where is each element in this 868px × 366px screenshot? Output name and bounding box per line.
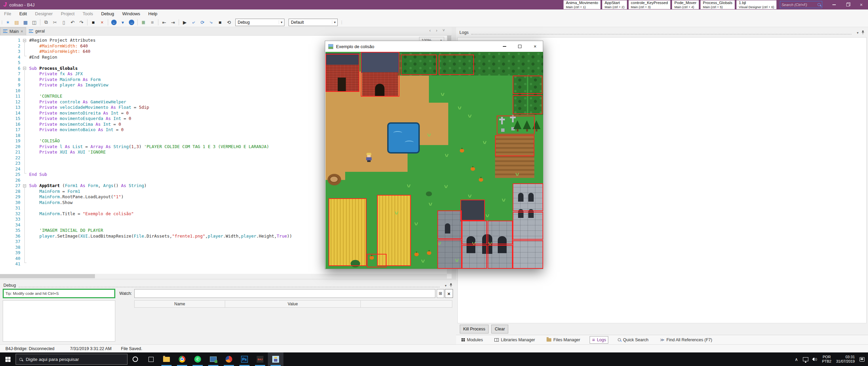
- code-line[interactable]: 23: [0, 161, 292, 166]
- code-line[interactable]: 33: [0, 217, 292, 222]
- paste-icon[interactable]: ▯: [59, 18, 68, 26]
- run-icon[interactable]: ▶: [180, 18, 189, 26]
- pin-icon[interactable]: [861, 30, 865, 35]
- game-scene[interactable]: [326, 52, 543, 269]
- code-line[interactable]: 6−Sub Process_Globals: [0, 66, 292, 72]
- code-line[interactable]: 36 player.SetImage(XUI.LoadBitmapResize(…: [0, 233, 292, 239]
- chevron-down-icon[interactable]: ▾: [857, 31, 859, 35]
- menu-file[interactable]: File: [0, 9, 15, 18]
- action-center-icon[interactable]: [860, 357, 865, 362]
- taskbar-app-opera[interactable]: [221, 352, 237, 366]
- code-line[interactable]: 12 Private controle As GameViewHelper: [0, 99, 292, 105]
- menu-project[interactable]: Project: [57, 9, 78, 18]
- code-line[interactable]: 11 'CONTROLE: [0, 94, 292, 99]
- undo-icon[interactable]: ↶: [68, 18, 77, 26]
- menu-edit[interactable]: Edit: [15, 9, 31, 18]
- code-line[interactable]: 3 #MainFormHeight: 640: [0, 49, 292, 55]
- code-line[interactable]: 1−#Region Project Attributes: [0, 38, 292, 43]
- redo-icon[interactable]: ↷: [77, 18, 86, 26]
- taskbar-app-b4j[interactable]: B4J: [252, 352, 268, 366]
- taskbar-search-box[interactable]: Digite aqui para pesquisar: [16, 354, 127, 365]
- fold-toggle-icon[interactable]: −: [23, 67, 26, 70]
- quick-nav-pode_mover[interactable]: Pode_MoverMain (ctrl + 4): [672, 0, 699, 9]
- fold-toggle-icon[interactable]: −: [23, 184, 26, 187]
- back-dropdown-icon[interactable]: ▾: [118, 18, 127, 26]
- code-line[interactable]: 15 Private movimentoEsquerda As Int = 0: [0, 116, 292, 122]
- code-line[interactable]: 7 Private fx As JFX: [0, 71, 292, 77]
- code-line[interactable]: 24: [0, 166, 292, 172]
- uncomment-icon[interactable]: ≡: [148, 18, 157, 26]
- menu-tools[interactable]: Tools: [79, 9, 97, 18]
- volume-icon[interactable]: ⟩⟩: [813, 358, 817, 361]
- debug-tip-input[interactable]: [3, 289, 115, 298]
- chevron-down-icon[interactable]: ▾: [445, 284, 447, 287]
- step-over-icon[interactable]: ⟳: [198, 18, 207, 26]
- debug-list-box[interactable]: [3, 300, 115, 342]
- watch-column-value[interactable]: Value: [225, 300, 361, 308]
- minimize-button[interactable]: [827, 0, 841, 9]
- indent-icon[interactable]: ⇥: [169, 18, 177, 26]
- menu-designer[interactable]: Designer: [31, 9, 57, 18]
- restore-button[interactable]: [841, 0, 854, 9]
- quick-nav-anima_movimento[interactable]: Anima_MovimentoMain (ctrl + 1): [564, 0, 600, 9]
- code-line[interactable]: 39: [0, 250, 292, 256]
- network-icon[interactable]: [803, 357, 808, 361]
- tray-expand-icon[interactable]: ∧: [795, 357, 798, 362]
- tool-tab-find-all-references-f7-[interactable]: ≫Find All References (F7): [658, 336, 714, 344]
- cortana-button[interactable]: [127, 352, 143, 366]
- clear-watch-button[interactable]: ×: [445, 289, 453, 298]
- clock[interactable]: 03:31 31/07/2019: [836, 355, 855, 364]
- quick-nav-1.bjl[interactable]: 1.bjlVisual Designer (ctrl + 6): [736, 0, 776, 9]
- code-line[interactable]: 5: [0, 60, 292, 66]
- start-button[interactable]: [0, 352, 16, 366]
- code-line[interactable]: 16 Private movimentoCima As Int = 0: [0, 122, 292, 127]
- code-line[interactable]: 9 Private player As ImageView: [0, 82, 292, 88]
- code-line[interactable]: 25End Sub: [0, 172, 292, 178]
- code-line[interactable]: 26: [0, 178, 292, 183]
- code-line[interactable]: 30 MainForm.Show: [0, 200, 292, 206]
- cut-icon[interactable]: ✂: [51, 18, 59, 26]
- taskbar-app-chrome[interactable]: [174, 352, 190, 366]
- menu-windows[interactable]: Windows: [118, 9, 144, 18]
- tool-tab-logs[interactable]: ≡Logs: [590, 336, 608, 344]
- code-line[interactable]: 32 MainForm.Title = "Exemplo de colisão": [0, 211, 292, 217]
- code-line[interactable]: 4#End Region: [0, 55, 292, 60]
- tab-geral[interactable]: geral: [26, 27, 47, 35]
- quick-nav-process_globals[interactable]: Process_GlobalsMain (ctrl + 5): [701, 0, 735, 9]
- task-view-button[interactable]: [143, 352, 159, 366]
- restart-icon[interactable]: ⟲: [224, 18, 233, 26]
- game-maximize-button[interactable]: [513, 41, 527, 52]
- pin-icon[interactable]: [449, 283, 453, 288]
- code-line[interactable]: 2 #MainFormWidth: 640: [0, 43, 292, 49]
- code-line[interactable]: 10: [0, 88, 292, 94]
- code-line[interactable]: 35 'IMAGEM INICIAL DO PLAYER: [0, 228, 292, 233]
- code-line[interactable]: 18: [0, 133, 292, 139]
- copy-icon[interactable]: ⧉: [42, 18, 51, 26]
- build-mode-dropdown[interactable]: Debug▾: [235, 19, 284, 26]
- tool-tab-modules[interactable]: Modules: [459, 336, 485, 344]
- open-project-icon[interactable]: ▤: [12, 18, 21, 26]
- step-out-icon[interactable]: ⤷: [207, 18, 216, 26]
- code-line[interactable]: 27−Sub AppStart (Form1 As Form, Args() A…: [0, 183, 292, 189]
- step-into-icon[interactable]: ⤶: [189, 18, 198, 26]
- back-icon[interactable]: ←: [110, 18, 118, 26]
- watch-input[interactable]: [134, 289, 435, 298]
- build-config-dropdown[interactable]: Default▾: [289, 19, 338, 26]
- forward-icon[interactable]: →: [127, 18, 136, 26]
- outdent-icon[interactable]: ⇤: [160, 18, 169, 26]
- watch-column-name[interactable]: Name: [134, 300, 225, 308]
- code-line[interactable]: 21 Private XUI As XUI 'IGNORE: [0, 149, 292, 155]
- taskbar-app-game[interactable]: [268, 352, 283, 366]
- clear-button[interactable]: Clear: [491, 325, 508, 333]
- tab-main[interactable]: Main×: [0, 27, 26, 35]
- kill-icon[interactable]: ×: [98, 18, 106, 26]
- menu-help[interactable]: Help: [144, 9, 161, 18]
- quick-nav-appstart[interactable]: AppStartMain (ctrl + 2): [602, 0, 627, 9]
- language-indicator[interactable]: POR PTB2: [822, 355, 831, 364]
- game-minimize-button[interactable]: [497, 41, 512, 52]
- code-line[interactable]: 19 'COLISÃO: [0, 138, 292, 144]
- game-window[interactable]: Exemplo de colisão ×: [325, 41, 543, 269]
- evaluate-button[interactable]: ⊞: [437, 289, 444, 298]
- code-line[interactable]: 41: [0, 261, 292, 267]
- tab-close-icon[interactable]: ×: [21, 29, 23, 34]
